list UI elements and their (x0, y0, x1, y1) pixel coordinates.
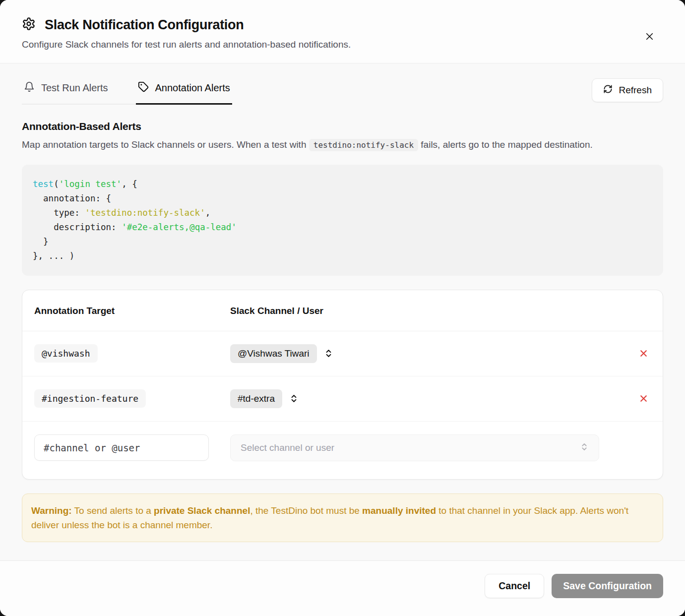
delete-mapping-button[interactable] (636, 346, 651, 361)
annotation-target-chip: @vishwash (34, 344, 98, 363)
gear-icon (22, 17, 36, 33)
table-row: @vishwash @Vishwas Tiwari (22, 331, 663, 376)
modal-subtitle: Configure Slack channels for test run al… (22, 39, 663, 50)
modal-header: Slack Notification Configuration Configu… (0, 0, 685, 63)
code-line: type: 'testdino:notify-slack', (33, 206, 652, 220)
code-line: }, ... ) (33, 249, 652, 263)
refresh-button[interactable]: Refresh (592, 78, 663, 102)
tab-label: Test Run Alerts (41, 82, 108, 94)
bell-icon (24, 81, 35, 95)
new-mapping-row: Select channel or user (22, 422, 663, 479)
inline-code-annotation: testdino:notify-slack (309, 139, 418, 151)
chevron-up-down-icon (580, 442, 589, 453)
tab-label: Annotation Alerts (155, 82, 230, 94)
save-configuration-button[interactable]: Save Configuration (552, 574, 663, 598)
section-heading: Annotation-Based Alerts (22, 121, 663, 132)
channel-select-placeholder: Select channel or user (241, 442, 334, 453)
cancel-button[interactable]: Cancel (485, 574, 544, 598)
slack-notification-config-modal: Slack Notification Configuration Configu… (0, 0, 685, 616)
tab-test-run-alerts[interactable]: Test Run Alerts (22, 78, 110, 104)
modal-body: Test Run Alerts Annotation Alerts Refres… (0, 63, 685, 549)
delete-x-icon (638, 398, 649, 405)
chevrons-up-down-icon[interactable] (289, 394, 299, 403)
refresh-icon (603, 84, 613, 96)
table-row: #ingestion-feature #td-extra (22, 376, 663, 422)
tab-list: Test Run Alerts Annotation Alerts (22, 78, 232, 105)
column-annotation-target: Annotation Target (34, 306, 230, 316)
annotation-target-input[interactable] (34, 434, 209, 461)
code-example-block: test('login test', { annotation: { type:… (22, 165, 663, 276)
column-slack-channel-user: Slack Channel / User (230, 306, 623, 316)
close-icon (644, 36, 655, 44)
tag-icon (138, 81, 149, 95)
modal-title: Slack Notification Configuration (45, 17, 244, 33)
modal-footer: Cancel Save Configuration (0, 560, 685, 616)
annotation-target-chip: #ingestion-feature (34, 389, 146, 408)
code-line: description: '#e2e-alerts,@qa-lead' (33, 220, 652, 235)
code-line: annotation: { (33, 191, 652, 206)
code-line: test('login test', { (33, 177, 652, 191)
code-line: } (33, 235, 652, 249)
delete-x-icon (638, 353, 649, 360)
table-header-row: Annotation Target Slack Channel / User (22, 290, 663, 331)
private-channel-warning: Warning: To send alerts to a private Sla… (22, 493, 663, 542)
section-description: Map annotation targets to Slack channels… (22, 137, 637, 153)
channel-select[interactable]: Select channel or user (230, 434, 599, 461)
annotation-mapping-table: Annotation Target Slack Channel / User @… (22, 290, 663, 480)
slack-channel-chip: #td-extra (230, 389, 282, 408)
chevrons-up-down-icon[interactable] (324, 349, 333, 358)
delete-mapping-button[interactable] (636, 391, 651, 406)
close-button[interactable] (642, 29, 657, 44)
tab-annotation-alerts[interactable]: Annotation Alerts (136, 78, 232, 105)
refresh-label: Refresh (619, 85, 652, 96)
slack-channel-chip: @Vishwas Tiwari (230, 344, 317, 363)
